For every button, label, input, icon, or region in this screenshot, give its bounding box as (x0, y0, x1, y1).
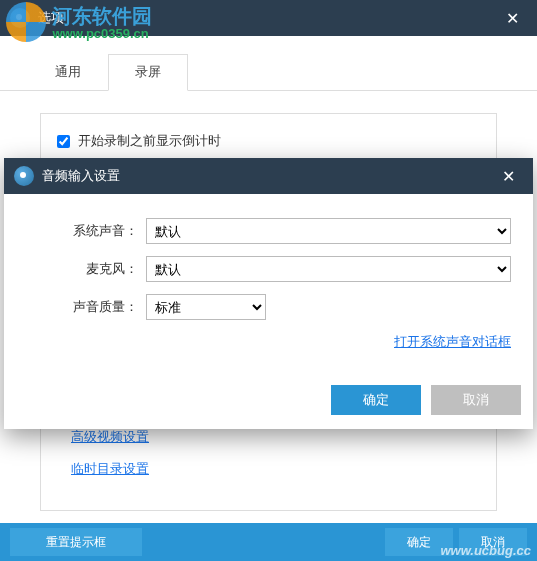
dialog-app-icon (14, 166, 34, 186)
dialog-close-button[interactable]: ✕ (494, 163, 523, 190)
label-quality: 声音质量： (26, 298, 146, 316)
main-close-button[interactable]: ✕ (498, 5, 527, 32)
quality-select[interactable]: 标准 (146, 294, 266, 320)
reset-hints-button[interactable]: 重置提示框 (10, 528, 142, 556)
tab-record[interactable]: 录屏 (108, 54, 188, 91)
main-titlebar: 选项 ✕ (0, 0, 537, 36)
link-advanced-video[interactable]: 高级视频设置 (71, 428, 480, 446)
dialog-title: 音频输入设置 (42, 167, 120, 185)
main-ok-button[interactable]: 确定 (385, 528, 453, 556)
app-icon (10, 8, 30, 28)
dialog-cancel-button[interactable]: 取消 (431, 385, 521, 415)
dialog-body: 系统声音： 默认 麦克风： 默认 声音质量： 标准 打开系统声音对话框 (4, 194, 533, 377)
label-system-sound: 系统声音： (26, 222, 146, 240)
dialog-footer: 确定 取消 (4, 377, 533, 429)
audio-input-dialog: 音频输入设置 ✕ 系统声音： 默认 麦克风： 默认 声音质量： 标准 打开系统声… (4, 158, 533, 429)
dialog-titlebar: 音频输入设置 ✕ (4, 158, 533, 194)
microphone-select[interactable]: 默认 (146, 256, 511, 282)
label-microphone: 麦克风： (26, 260, 146, 278)
link-temp-dir[interactable]: 临时目录设置 (71, 460, 480, 478)
tabs: 通用 录屏 (0, 36, 537, 91)
countdown-label: 开始录制之前显示倒计时 (78, 132, 221, 150)
tab-general[interactable]: 通用 (28, 54, 108, 90)
system-sound-select[interactable]: 默认 (146, 218, 511, 244)
open-system-sound-link[interactable]: 打开系统声音对话框 (394, 334, 511, 349)
main-footer: 重置提示框 确定 取消 (0, 523, 537, 561)
dialog-ok-button[interactable]: 确定 (331, 385, 421, 415)
main-cancel-button[interactable]: 取消 (459, 528, 527, 556)
main-title: 选项 (38, 9, 64, 27)
checkbox-row-countdown: 开始录制之前显示倒计时 (57, 132, 480, 150)
countdown-checkbox[interactable] (57, 135, 70, 148)
